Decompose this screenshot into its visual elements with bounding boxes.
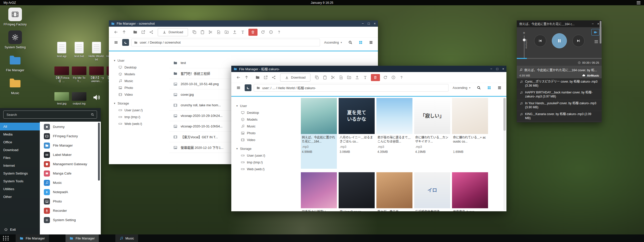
desktop-file-icon[interactable]: 【東方】~yukimin... (88, 66, 105, 83)
open-button[interactable] (253, 75, 262, 80)
app-list-item[interactable]: Photo (40, 197, 101, 206)
minimize-button[interactable]: − (490, 67, 492, 71)
minimize-button[interactable]: − (362, 22, 364, 25)
window-titlebar[interactable]: File Manager - 柘榴-zakuro- − □ × (231, 66, 506, 72)
volume-slider[interactable] (524, 36, 525, 59)
new-file-button[interactable] (337, 75, 345, 80)
seek-bar[interactable] (517, 58, 602, 59)
airmusic-badge[interactable]: AirMusic (582, 74, 599, 77)
desktop-file-icon[interactable]: Fly Me To T... (71, 66, 87, 83)
sort-select[interactable]: Ascending▾ (324, 41, 342, 44)
delete-button[interactable] (248, 29, 257, 36)
grid-file-item[interactable]: 藍と桜＿青天月... (376, 172, 412, 211)
grid-file-item[interactable]: 炮索惠哀-Avase... (452, 172, 488, 211)
menu-button[interactable] (234, 86, 242, 90)
search-button[interactable] (346, 40, 354, 45)
open-button[interactable] (131, 30, 139, 34)
sidebar-item[interactable]: ▾ Photo (236, 130, 292, 136)
desktop-icon[interactable]: File Manager (2, 53, 28, 72)
sidebar-item[interactable]: ▾ Web (web:/) (236, 166, 292, 172)
player-menu-button[interactable] (594, 39, 599, 44)
category-item[interactable]: All (0, 123, 40, 130)
app-list-item[interactable]: Recorder (40, 206, 101, 215)
grid-file-item[interactable]: 君-HanyP cover... (339, 172, 375, 211)
grid-file-item[interactable]: 「寂しい」 命に嫌われている＿カンザキイオリ... .mp3 4.19MB (414, 98, 450, 169)
playlist-item[interactable]: HAPPY BIRTHDAY＿back number cover. by 柘榴-… (517, 89, 602, 100)
cast-button[interactable] (591, 29, 599, 36)
grid-file-item[interactable]: イロ 忘却感傷伴奏調律... (414, 172, 450, 211)
desktop-icon[interactable]: Music (2, 76, 28, 95)
cut-button[interactable] (329, 75, 337, 80)
sort-select[interactable]: Ascending▾ (453, 86, 470, 90)
list-view-button[interactable] (495, 86, 503, 90)
scrollbar[interactable] (503, 97, 506, 210)
sidebar-item[interactable]: ▾ Models (114, 71, 169, 78)
dark-mode-button[interactable] (245, 84, 251, 91)
desktop-file-icon[interactable] (88, 92, 105, 105)
search-bar[interactable] (3, 111, 97, 119)
search-input[interactable] (6, 113, 91, 117)
app-list-item[interactable]: Manga Cafe (40, 169, 101, 178)
new-folder-button[interactable] (223, 30, 231, 34)
close-button[interactable]: × (597, 22, 599, 25)
sidebar-item[interactable]: ▾ User (114, 57, 169, 64)
app-list-item[interactable]: FFmpeg Factory (40, 131, 101, 141)
grid-file-item[interactable]: 例えば、今此処に置かれた花に＿164... .mp3 4.99MB (301, 98, 337, 169)
app-list-item[interactable]: Music (40, 178, 101, 187)
category-item[interactable]: Other (0, 193, 40, 201)
rename-button[interactable] (239, 30, 247, 34)
help-button[interactable] (275, 30, 283, 34)
sidebar-item[interactable]: ▾ User (236, 102, 292, 109)
grid-view-button[interactable] (485, 86, 493, 90)
sidebar-item[interactable]: ▾ Desktop (236, 109, 292, 116)
sidebar-item[interactable]: ▾ User (user:/) (236, 152, 292, 159)
player-titlebar[interactable]: 例えば、今此処に置かれた花に＿164 c... − × (517, 20, 602, 27)
category-item[interactable]: Utilities (0, 185, 40, 193)
open-in-new-button[interactable] (139, 30, 147, 34)
desktop-icon[interactable]: System Setting (2, 30, 28, 49)
list-view-button[interactable] (367, 40, 375, 45)
new-file-button[interactable] (215, 30, 223, 34)
menubar-brand[interactable]: My ArOZ (4, 1, 16, 5)
delete-button[interactable] (371, 74, 380, 81)
grid-file-item[interactable]: 命に嫌われている＿+ acoustic co... 1.69MB (452, 98, 488, 169)
sidebar-item[interactable]: ▾ Storage (114, 100, 169, 107)
share-button[interactable] (147, 30, 155, 34)
desktop-file-icon[interactable]: test.agi (53, 42, 70, 61)
playlist-scrollbar[interactable] (600, 21, 601, 44)
copy-button[interactable] (190, 30, 199, 34)
cut-button[interactable] (207, 30, 215, 34)
sidebar-item[interactable]: ▾ Storage (236, 145, 292, 152)
volume-up-button[interactable]: + (523, 31, 525, 34)
sidebar-item[interactable]: ▾ Web (web:/) (114, 120, 169, 127)
menu-button[interactable] (112, 40, 120, 45)
grid-view-button[interactable] (357, 40, 365, 45)
minimize-button[interactable]: − (592, 22, 594, 25)
taskbar-item[interactable]: File Manager (16, 234, 49, 242)
scrollbar-thumb[interactable] (503, 98, 506, 131)
upload-button[interactable] (231, 30, 239, 34)
category-item[interactable]: Download (0, 146, 40, 154)
refresh-button[interactable] (381, 75, 390, 80)
playlist-item[interactable]: Cynic＿ポリスピカデリー cover. by 柘榴-zakuro-.mp3 … (517, 78, 602, 89)
playlist-item[interactable]: KING＿Kanaria cover. by 柘榴-zakuro-.mp3 (2… (517, 111, 602, 122)
rename-button[interactable] (361, 75, 369, 80)
grid-file-item[interactable]: 四季折々に揺蕩い... (301, 172, 337, 211)
sidebar-item[interactable]: ▾ Video (236, 136, 292, 143)
window-titlebar[interactable]: File Manager - screenshot − □ × (109, 20, 378, 27)
copy-button[interactable] (313, 75, 321, 80)
playlist-item[interactable]: In Your Hands＿yusukeP cover. by 柘榴-zakur… (517, 100, 602, 111)
back-button[interactable] (112, 30, 120, 34)
sidebar-item[interactable]: ▾ User (user:/) (114, 107, 169, 114)
open-in-new-button[interactable] (262, 75, 270, 80)
category-item[interactable]: Office (0, 138, 40, 146)
breadcrumb[interactable]: user: / Desktop / screenshot (131, 39, 320, 46)
app-launcher-button[interactable] (3, 235, 9, 241)
sidebar-item[interactable]: ▾ Models (236, 116, 292, 123)
sidebar-item[interactable]: ▾ tmp (tmp:/) (114, 114, 169, 120)
category-item[interactable]: Media (0, 130, 40, 138)
help-button[interactable] (398, 75, 406, 80)
sidebar-item[interactable]: ▾ tmp (tmp:/) (236, 159, 292, 166)
app-list-item[interactable]: System Setting (40, 215, 101, 225)
app-list-scrollbar[interactable] (98, 123, 100, 232)
